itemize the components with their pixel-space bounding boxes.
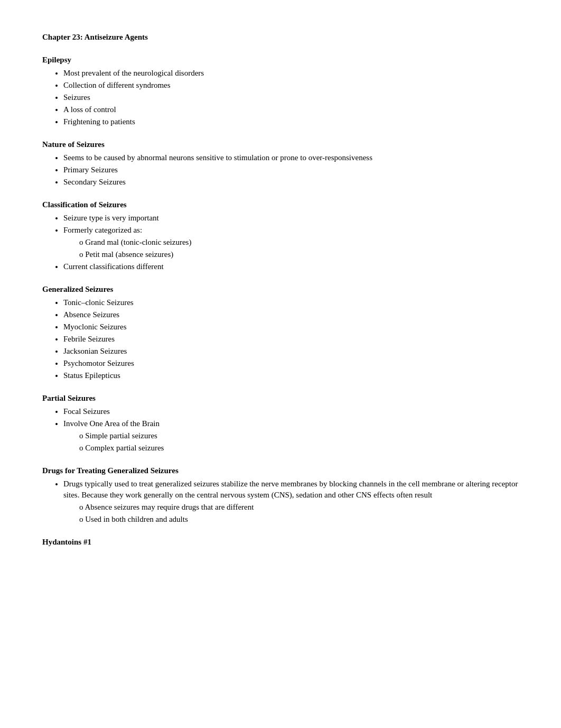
- list-subitem: Grand mal (tonic-clonic seizures): [79, 237, 519, 248]
- list-item: Seizures: [63, 92, 519, 103]
- section-heading-generalized-seizures: Generalized Seizures: [42, 284, 519, 295]
- list-subitem: Complex partial seizures: [79, 443, 519, 454]
- section-epilepsy: EpilepsyMost prevalent of the neurologic…: [42, 54, 519, 127]
- list-subitem: Used in both children and adults: [79, 514, 519, 525]
- list-item: Involve One Area of the BrainSimple part…: [63, 418, 519, 454]
- page-title: Chapter 23: Antiseizure Agents: [42, 32, 519, 43]
- list-item: A loss of control: [63, 104, 519, 115]
- section-drugs-generalized: Drugs for Treating Generalized SeizuresD…: [42, 465, 519, 525]
- section-heading-nature-of-seizures: Nature of Seizures: [42, 139, 519, 150]
- list-item: Jacksonian Seizures: [63, 346, 519, 357]
- list-subitem: Simple partial seizures: [79, 430, 519, 441]
- section-nature-of-seizures: Nature of SeizuresSeems to be caused by …: [42, 139, 519, 188]
- section-heading-partial-seizures: Partial Seizures: [42, 393, 519, 404]
- list-item: Focal Seizures: [63, 406, 519, 417]
- list-item: Myoclonic Seizures: [63, 321, 519, 333]
- list-item: Formerly categorized as:Grand mal (tonic…: [63, 225, 519, 260]
- list-subitem: Absence seizures may require drugs that …: [79, 502, 519, 513]
- list-item: Drugs typically used to treat generalize…: [63, 478, 519, 525]
- section-heading-drugs-generalized: Drugs for Treating Generalized Seizures: [42, 465, 519, 476]
- list-item: Status Epilepticus: [63, 370, 519, 381]
- list-item: Primary Seizures: [63, 164, 519, 176]
- section-partial-seizures: Partial SeizuresFocal SeizuresInvolve On…: [42, 393, 519, 454]
- list-item: Most prevalent of the neurological disor…: [63, 68, 519, 79]
- section-classification-of-seizures: Classification of SeizuresSeizure type i…: [42, 199, 519, 272]
- section-heading-epilepsy: Epilepsy: [42, 54, 519, 66]
- list-item: Absence Seizures: [63, 309, 519, 320]
- list-item: Current classifications different: [63, 261, 519, 272]
- list-item: Tonic–clonic Seizures: [63, 297, 519, 308]
- list-subitem: Petit mal (absence seizures): [79, 249, 519, 260]
- list-item: Psychomotor Seizures: [63, 358, 519, 369]
- section-hydantoins: Hydantoins #1: [42, 537, 519, 548]
- list-item: Seizure type is very important: [63, 213, 519, 224]
- section-heading-classification-of-seizures: Classification of Seizures: [42, 199, 519, 210]
- list-item: Frightening to patients: [63, 116, 519, 127]
- list-item: Seems to be caused by abnormal neurons s…: [63, 152, 519, 163]
- section-heading-hydantoins: Hydantoins #1: [42, 537, 519, 548]
- list-item: Secondary Seizures: [63, 177, 519, 188]
- section-generalized-seizures: Generalized SeizuresTonic–clonic Seizure…: [42, 284, 519, 381]
- list-item: Collection of different syndromes: [63, 80, 519, 91]
- list-item: Febrile Seizures: [63, 334, 519, 345]
